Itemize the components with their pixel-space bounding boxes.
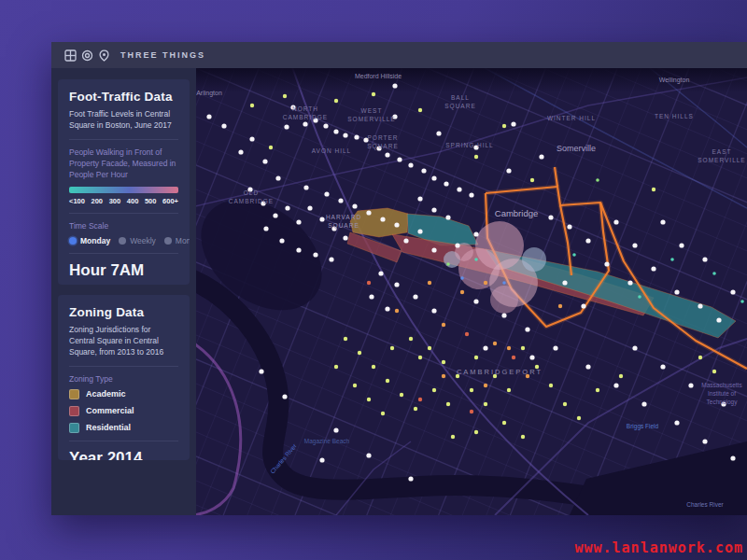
- year-value-label: Year 2014: [69, 449, 178, 460]
- foot-traffic-title: Foot-Traffic Data: [69, 90, 178, 104]
- traffic-scale-ticks: <100 200 300 400 500 600+: [69, 197, 178, 205]
- divider: [69, 366, 178, 367]
- divider: [69, 253, 178, 254]
- radio-weekly[interactable]: Weekly: [119, 236, 156, 245]
- legend-label: Residential: [86, 423, 131, 432]
- radio-monday[interactable]: Monday: [69, 236, 110, 245]
- radio-label: Monthly: [176, 236, 190, 245]
- time-scale-radios: Monday Weekly Monthly: [69, 236, 178, 245]
- foot-traffic-panel: Foot-Traffic Data Foot Traffic Levels in…: [58, 79, 190, 285]
- watermark: www.lanlanwork.com: [574, 539, 743, 556]
- target-icon[interactable]: [81, 49, 93, 62]
- tick: 600+: [162, 197, 178, 205]
- radio-label: Weekly: [130, 236, 156, 245]
- radio-dot: [119, 237, 126, 245]
- traffic-color-scale: [69, 187, 178, 193]
- zoning-panel: Zoning Data Zoning Jurisdictions for Cen…: [58, 295, 190, 460]
- divider: [69, 213, 178, 214]
- academic-swatch: [69, 389, 79, 399]
- commercial-swatch: [69, 406, 79, 416]
- location-pin-icon[interactable]: [98, 49, 110, 62]
- app-title: THREE THINGS: [120, 50, 205, 60]
- foot-traffic-description: People Walking in Front of Property Faca…: [69, 147, 178, 181]
- hour-value-label: Hour 7AM: [69, 261, 178, 280]
- tick: <100: [69, 197, 85, 205]
- residential-swatch: [69, 423, 79, 433]
- legend-academic: Academic: [69, 389, 178, 399]
- radio-label: Monday: [80, 236, 110, 245]
- foot-traffic-subtitle: Foot Traffic Levels in Central Square in…: [69, 109, 178, 132]
- map-render: [196, 68, 747, 515]
- zoning-subtitle: Zoning Jurisdictions for Central Square …: [69, 325, 178, 358]
- zoning-type-label: Zoning Type: [69, 374, 178, 384]
- legend-label: Academic: [86, 389, 126, 399]
- time-scale-label: Time Scale: [69, 221, 178, 231]
- radio-dot: [69, 237, 77, 245]
- sidebar: Foot-Traffic Data Foot Traffic Levels in…: [51, 68, 196, 515]
- divider: [69, 441, 178, 441]
- divider: [69, 139, 178, 140]
- tick: 300: [109, 197, 121, 205]
- legend-commercial: Commercial: [69, 406, 178, 416]
- legend-residential: Residential: [69, 423, 178, 433]
- grid-icon[interactable]: [64, 49, 77, 62]
- desktop-background: THREE THINGS Foot-Traffic Data Foot Traf…: [0, 0, 747, 560]
- legend-label: Commercial: [86, 406, 134, 415]
- radio-dot: [164, 237, 172, 245]
- app-header: THREE THINGS: [51, 42, 747, 68]
- tick: 400: [127, 197, 139, 205]
- zone-academic: [350, 208, 408, 237]
- tick: 200: [92, 197, 104, 205]
- map-canvas[interactable]: Medford HillsideArlingtonNORTH CAMBRIDGE…: [196, 68, 747, 515]
- app-window: THREE THINGS Foot-Traffic Data Foot Traf…: [51, 42, 747, 515]
- zoning-title: Zoning Data: [69, 305, 178, 319]
- tick: 500: [145, 197, 157, 205]
- radio-monthly[interactable]: Monthly: [164, 236, 190, 245]
